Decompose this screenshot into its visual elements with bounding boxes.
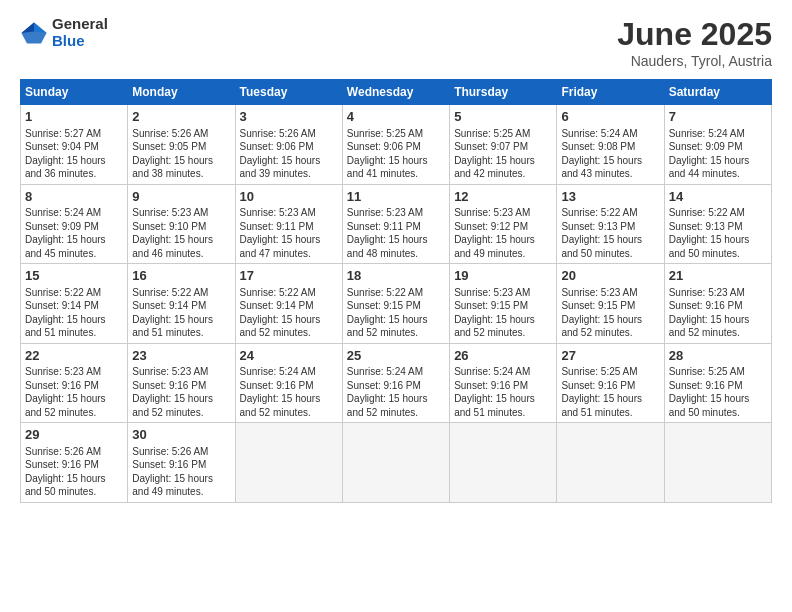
day-info-line: Sunset: 9:16 PM	[669, 379, 767, 393]
calendar-table: SundayMondayTuesdayWednesdayThursdayFrid…	[20, 79, 772, 503]
day-number: 28	[669, 347, 767, 365]
day-info-line: Sunrise: 5:26 AM	[25, 445, 123, 459]
day-number: 12	[454, 188, 552, 206]
weekday-header-monday: Monday	[128, 80, 235, 105]
calendar-title: June 2025	[617, 16, 772, 53]
day-info-line: Daylight: 15 hours	[347, 313, 445, 327]
day-number: 30	[132, 426, 230, 444]
day-number: 18	[347, 267, 445, 285]
day-info-line: Sunrise: 5:23 AM	[561, 286, 659, 300]
day-number: 4	[347, 108, 445, 126]
day-info-line: Sunset: 9:13 PM	[669, 220, 767, 234]
calendar-cell: 3Sunrise: 5:26 AMSunset: 9:06 PMDaylight…	[235, 105, 342, 185]
day-info-line: and 42 minutes.	[454, 167, 552, 181]
day-info-line: Sunrise: 5:23 AM	[454, 206, 552, 220]
day-info-line: Sunset: 9:15 PM	[454, 299, 552, 313]
calendar-cell: 30Sunrise: 5:26 AMSunset: 9:16 PMDayligh…	[128, 423, 235, 503]
title-area: June 2025 Nauders, Tyrol, Austria	[617, 16, 772, 69]
svg-marker-2	[21, 22, 34, 33]
day-info-line: Sunset: 9:16 PM	[132, 458, 230, 472]
calendar-week-2: 8Sunrise: 5:24 AMSunset: 9:09 PMDaylight…	[21, 184, 772, 264]
day-info-line: Daylight: 15 hours	[240, 392, 338, 406]
day-info-line: and 45 minutes.	[25, 247, 123, 261]
day-info-line: Daylight: 15 hours	[240, 313, 338, 327]
calendar-cell	[450, 423, 557, 503]
day-info-line: Sunset: 9:05 PM	[132, 140, 230, 154]
calendar-cell: 13Sunrise: 5:22 AMSunset: 9:13 PMDayligh…	[557, 184, 664, 264]
day-info-line: and 50 minutes.	[669, 247, 767, 261]
day-info-line: Sunrise: 5:23 AM	[454, 286, 552, 300]
day-info-line: and 51 minutes.	[25, 326, 123, 340]
day-info-line: Sunset: 9:12 PM	[454, 220, 552, 234]
day-info-line: Sunrise: 5:25 AM	[561, 365, 659, 379]
day-info-line: Daylight: 15 hours	[669, 313, 767, 327]
day-info-line: and 47 minutes.	[240, 247, 338, 261]
calendar-week-1: 1Sunrise: 5:27 AMSunset: 9:04 PMDaylight…	[21, 105, 772, 185]
day-info-line: Sunset: 9:16 PM	[347, 379, 445, 393]
day-info-line: Sunset: 9:16 PM	[25, 458, 123, 472]
day-info-line: Sunrise: 5:25 AM	[347, 127, 445, 141]
day-number: 29	[25, 426, 123, 444]
day-number: 6	[561, 108, 659, 126]
day-number: 13	[561, 188, 659, 206]
day-info-line: Daylight: 15 hours	[669, 233, 767, 247]
day-info-line: Sunrise: 5:24 AM	[669, 127, 767, 141]
day-info-line: and 49 minutes.	[132, 485, 230, 499]
day-info-line: Sunrise: 5:23 AM	[25, 365, 123, 379]
day-info-line: Sunset: 9:16 PM	[669, 299, 767, 313]
day-info-line: Sunrise: 5:24 AM	[454, 365, 552, 379]
day-info-line: Sunrise: 5:23 AM	[132, 365, 230, 379]
day-info-line: Sunrise: 5:25 AM	[669, 365, 767, 379]
day-info-line: Daylight: 15 hours	[561, 392, 659, 406]
day-info-line: Daylight: 15 hours	[454, 154, 552, 168]
day-number: 2	[132, 108, 230, 126]
day-info-line: Daylight: 15 hours	[454, 233, 552, 247]
day-info-line: and 52 minutes.	[347, 326, 445, 340]
day-info-line: Sunset: 9:16 PM	[25, 379, 123, 393]
day-info-line: Sunrise: 5:22 AM	[132, 286, 230, 300]
calendar-cell: 26Sunrise: 5:24 AMSunset: 9:16 PMDayligh…	[450, 343, 557, 423]
day-number: 8	[25, 188, 123, 206]
calendar-cell: 23Sunrise: 5:23 AMSunset: 9:16 PMDayligh…	[128, 343, 235, 423]
day-info-line: Sunset: 9:04 PM	[25, 140, 123, 154]
day-info-line: Daylight: 15 hours	[132, 313, 230, 327]
day-info-line: Sunset: 9:16 PM	[454, 379, 552, 393]
page: General Blue June 2025 Nauders, Tyrol, A…	[0, 0, 792, 612]
day-number: 3	[240, 108, 338, 126]
day-info-line: Sunset: 9:16 PM	[240, 379, 338, 393]
day-info-line: Sunset: 9:09 PM	[669, 140, 767, 154]
day-info-line: Sunset: 9:08 PM	[561, 140, 659, 154]
calendar-cell: 18Sunrise: 5:22 AMSunset: 9:15 PMDayligh…	[342, 264, 449, 344]
calendar-cell: 17Sunrise: 5:22 AMSunset: 9:14 PMDayligh…	[235, 264, 342, 344]
day-info-line: Sunrise: 5:22 AM	[669, 206, 767, 220]
day-info-line: Sunset: 9:16 PM	[561, 379, 659, 393]
day-info-line: Sunset: 9:14 PM	[132, 299, 230, 313]
day-number: 19	[454, 267, 552, 285]
header: General Blue June 2025 Nauders, Tyrol, A…	[20, 16, 772, 69]
day-info-line: and 51 minutes.	[561, 406, 659, 420]
calendar-cell: 7Sunrise: 5:24 AMSunset: 9:09 PMDaylight…	[664, 105, 771, 185]
day-info-line: and 44 minutes.	[669, 167, 767, 181]
day-info-line: Sunrise: 5:23 AM	[240, 206, 338, 220]
calendar-cell: 27Sunrise: 5:25 AMSunset: 9:16 PMDayligh…	[557, 343, 664, 423]
logo-general-text: General	[52, 16, 108, 33]
calendar-week-4: 22Sunrise: 5:23 AMSunset: 9:16 PMDayligh…	[21, 343, 772, 423]
weekday-header-thursday: Thursday	[450, 80, 557, 105]
day-info-line: Sunrise: 5:23 AM	[347, 206, 445, 220]
day-number: 25	[347, 347, 445, 365]
day-info-line: and 52 minutes.	[132, 406, 230, 420]
day-info-line: Daylight: 15 hours	[454, 392, 552, 406]
calendar-cell: 12Sunrise: 5:23 AMSunset: 9:12 PMDayligh…	[450, 184, 557, 264]
day-number: 11	[347, 188, 445, 206]
day-info-line: Sunrise: 5:25 AM	[454, 127, 552, 141]
day-info-line: Daylight: 15 hours	[347, 392, 445, 406]
calendar-cell: 11Sunrise: 5:23 AMSunset: 9:11 PMDayligh…	[342, 184, 449, 264]
svg-marker-1	[34, 22, 47, 33]
day-info-line: Sunset: 9:16 PM	[132, 379, 230, 393]
day-info-line: Daylight: 15 hours	[454, 313, 552, 327]
day-number: 7	[669, 108, 767, 126]
weekday-header-tuesday: Tuesday	[235, 80, 342, 105]
day-info-line: Sunrise: 5:26 AM	[240, 127, 338, 141]
day-info-line: and 38 minutes.	[132, 167, 230, 181]
calendar-cell: 10Sunrise: 5:23 AMSunset: 9:11 PMDayligh…	[235, 184, 342, 264]
